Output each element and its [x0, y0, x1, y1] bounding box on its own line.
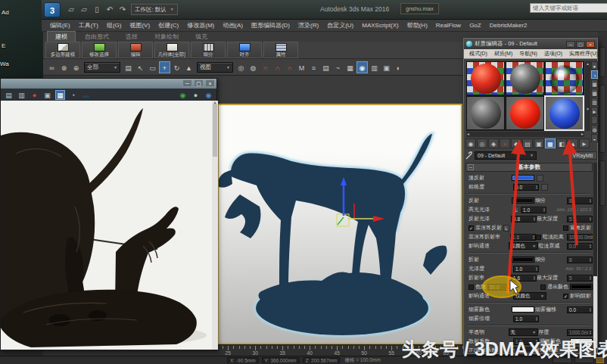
get-material-icon[interactable]: ◉	[465, 138, 476, 148]
bind-to-space-warp-icon[interactable]: ⊕	[70, 61, 82, 73]
redo-icon[interactable]: ↷	[117, 4, 128, 15]
options-icon[interactable]: ◌	[591, 116, 598, 124]
backlight-icon[interactable]: ◑	[591, 70, 598, 79]
menu-item[interactable]: RealFlow	[432, 22, 465, 29]
active-viewport[interactable]	[217, 104, 462, 344]
ribbon-tab[interactable]: 选择	[118, 32, 145, 42]
checkbox[interactable]: 暗淡距离	[536, 233, 564, 241]
color-swatch[interactable]	[512, 257, 534, 263]
menu-item[interactable]: GoZ	[465, 22, 485, 29]
curve-editor-icon[interactable]: ~	[332, 61, 344, 73]
menu-item[interactable]: 自定义(U)	[323, 21, 357, 30]
select-and-scale-icon[interactable]: ▲	[183, 61, 195, 73]
coordinate-field[interactable]: Z: 200.567mm	[303, 357, 341, 363]
scrollbar-thumb[interactable]	[593, 276, 597, 348]
align-icon[interactable]: ≡	[308, 61, 319, 73]
checkbox[interactable]: ✓菲涅耳反射	[468, 224, 502, 232]
spinner-field[interactable]: 0.8▴▾	[511, 216, 537, 222]
search-input[interactable]: 键入关键字或短语	[530, 3, 607, 13]
spinner-field[interactable]: 10000.0m▴▾	[567, 234, 593, 241]
map-button[interactable]	[541, 184, 548, 191]
polygon-modeling-button[interactable]: 多边形建模	[45, 42, 80, 58]
menu-item[interactable]: 实用程序(U)	[566, 50, 601, 58]
select-by-name-icon[interactable]: ▤	[123, 61, 134, 73]
open-file-icon[interactable]: ▤	[4, 90, 14, 100]
render-icon[interactable]: ◐	[393, 61, 404, 73]
make-unique-icon[interactable]: ◆	[511, 138, 521, 148]
render-setup-icon[interactable]: ▥	[369, 61, 380, 73]
parameters-scrollbar[interactable]	[593, 163, 597, 352]
menu-item[interactable]: 创建(C)	[154, 21, 182, 30]
spinner-field[interactable]: 5▴▾	[567, 275, 593, 282]
maximize-button[interactable]: ▢	[194, 79, 204, 87]
ribbon-tab[interactable]: 建模	[47, 31, 76, 42]
autokey-button[interactable]	[553, 357, 572, 363]
background-icon[interactable]: ▦	[591, 79, 598, 88]
menu-item[interactable]: 渲染(R)	[294, 21, 322, 30]
subdivision-button[interactable]: 细分	[191, 42, 226, 58]
menu-item[interactable]: 模式(D)	[466, 50, 490, 58]
menu-item[interactable]: 导航(N)	[516, 50, 540, 58]
coordinate-field[interactable]: Y: 366.000mm	[262, 357, 300, 363]
slideshow-icon[interactable]: ●	[191, 90, 201, 100]
checkbox[interactable]: 色散	[468, 283, 486, 291]
sample-type-icon[interactable]: ●	[591, 61, 598, 70]
material-editor-titlebar[interactable]: 材质编辑器 - 09 - Default ─▢×	[464, 39, 597, 49]
color-swatch[interactable]	[570, 338, 593, 344]
put-to-library-icon[interactable]: ▤	[522, 138, 533, 148]
dropdown[interactable]: 仅颜色▼	[513, 292, 546, 300]
spinner-field[interactable]: 0.0▴▾	[567, 243, 593, 250]
select-by-material-icon[interactable]: ◍	[591, 125, 598, 133]
spinner-field[interactable]: 1.0▴▾	[567, 347, 593, 353]
spinner-field[interactable]: 1.0▴▾	[513, 266, 539, 272]
spinner-field[interactable]: 1000.0m▴▾	[567, 329, 593, 336]
next-image-icon[interactable]: ◉	[204, 90, 213, 100]
close-button[interactable]: ×	[205, 79, 215, 87]
use-pivot-center-icon[interactable]: ◎	[235, 61, 247, 73]
spinner-field[interactable]: 1.0▴▾	[513, 338, 539, 345]
edit-button[interactable]: 编辑	[118, 42, 153, 58]
checkbox[interactable]: 背面反射	[563, 224, 591, 232]
menu-item[interactable]: 帮助(H)	[403, 21, 431, 30]
fullscreen-icon[interactable]: ▬	[81, 90, 91, 100]
modify-selection-button[interactable]: 修改选择	[82, 42, 117, 58]
sample-slot-2[interactable]	[506, 61, 544, 95]
spinner-field[interactable]: 1.0▴▾	[511, 347, 537, 353]
sample-slot-4[interactable]	[466, 96, 505, 130]
ribbon-tab[interactable]: 对象绘制	[147, 32, 186, 42]
spinner-field[interactable]: 5▴▾	[567, 216, 593, 222]
setkey-button[interactable]	[574, 357, 594, 363]
sample-hscroll[interactable]: ◄►	[466, 132, 584, 137]
menu-item[interactable]: DebrisMaker2	[486, 22, 531, 29]
video-color-check-icon[interactable]: ▥	[591, 98, 598, 106]
unlink-selection-icon[interactable]: ⊗	[58, 61, 70, 73]
lock-toggle[interactable]: L	[513, 207, 519, 213]
color-swatch[interactable]	[512, 198, 534, 204]
spinner-field[interactable]: 1.6▴▾	[511, 275, 537, 282]
dropdown[interactable]: 无▼	[509, 328, 539, 336]
new-scene-icon[interactable]: ▱	[66, 4, 76, 15]
sample-slot-6[interactable]	[545, 96, 584, 130]
geometry-all-button[interactable]: 几何体(全部)	[154, 42, 189, 58]
sample-uv-tiling-icon[interactable]: ▩	[591, 89, 598, 97]
menu-item[interactable]: 修改器(M)	[183, 21, 218, 30]
menu-item[interactable]: 编辑(E)	[46, 21, 74, 30]
save-icon[interactable]: ▥	[17, 90, 26, 100]
photo-scrollbar[interactable]: ▲	[212, 101, 218, 350]
spinner-field[interactable]: 50.0▴▾	[487, 284, 513, 291]
align-button[interactable]: 对齐	[227, 42, 262, 58]
spinner-field[interactable]: 1.0▴▾	[513, 316, 539, 322]
menu-item[interactable]: 工具(T)	[75, 21, 102, 30]
percent-snap-icon[interactable]: ∩	[284, 61, 295, 73]
menu-item[interactable]: 材质(M)	[491, 50, 516, 58]
previous-image-icon[interactable]: ◉	[178, 90, 188, 100]
undo-icon[interactable]: ↶	[104, 4, 115, 15]
menu-item[interactable]: 选项(O)	[541, 50, 565, 58]
rect-selection-region-icon[interactable]: ▭	[147, 61, 158, 73]
rollout-header[interactable]: – 基本参数	[465, 163, 593, 172]
open-file-icon[interactable]: ▱	[79, 4, 89, 15]
layer-manager-icon[interactable]: ▤	[320, 61, 332, 73]
menu-item[interactable]: 视图(V)	[126, 21, 154, 30]
mirror-icon[interactable]: M	[296, 61, 307, 73]
make-preview-icon[interactable]: ►	[591, 107, 598, 115]
